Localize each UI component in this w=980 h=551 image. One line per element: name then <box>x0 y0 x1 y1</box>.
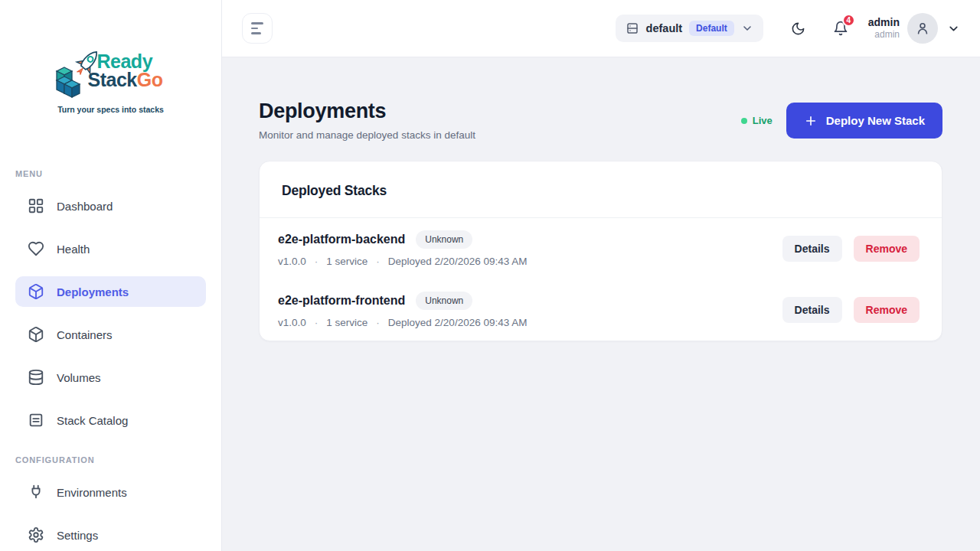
brand-wordmark: Ready StackGo <box>88 53 163 90</box>
page-title: Deployments <box>259 99 475 123</box>
sidebar-item-label: Containers <box>57 328 113 341</box>
deploy-button-label: Deploy New Stack <box>826 114 925 127</box>
sidebar-item-label: Deployments <box>57 285 129 298</box>
cube-icon <box>28 283 44 300</box>
card-header: Deployed Stacks <box>260 161 942 218</box>
details-button[interactable]: Details <box>782 297 842 323</box>
topbar: default Default 4 admin admin <box>222 0 980 57</box>
stack-name: e2e-platform-frontend <box>278 294 405 308</box>
sidebar-toggle-button[interactable] <box>242 13 273 44</box>
menu-icon <box>251 22 263 24</box>
user-role: admin <box>868 29 900 41</box>
sidebar-item-label: Settings <box>57 529 98 542</box>
live-dot-icon <box>741 118 747 124</box>
stack-version: v1.0.0 <box>278 256 306 267</box>
sidebar-item-deployments[interactable]: Deployments <box>15 276 206 307</box>
status-badge: Unknown <box>416 292 472 310</box>
chevron-down-icon <box>947 22 960 35</box>
stack-meta: v1.0.0 · 1 service · Deployed 2/20/2026 … <box>278 317 527 328</box>
page-header: Deployments Monitor and manage deployed … <box>259 99 942 141</box>
user-info: admin admin <box>868 16 900 41</box>
stack-deployed-date: Deployed 2/20/2026 09:43 AM <box>388 256 528 267</box>
grid-icon <box>28 197 44 214</box>
sidebar-item-label: Stack Catalog <box>57 414 128 427</box>
avatar[interactable] <box>907 13 938 44</box>
stack-deployed-date: Deployed 2/20/2026 09:43 AM <box>388 317 528 328</box>
live-status: Live <box>741 115 773 126</box>
chevron-down-icon <box>741 22 753 34</box>
heart-icon <box>28 240 44 257</box>
sidebar-item-environments[interactable]: Environments <box>15 477 206 507</box>
stack-version: v1.0.0 <box>278 317 306 328</box>
page-subtitle: Monitor and manage deployed stacks in de… <box>259 129 475 141</box>
sidebar-item-label: Health <box>57 243 90 256</box>
dark-mode-toggle[interactable] <box>791 21 805 36</box>
notifications-button[interactable]: 4 <box>833 21 848 36</box>
sidebar-section-menu: MENU <box>15 169 221 178</box>
stack-services: 1 service <box>326 256 368 267</box>
user-name: admin <box>868 16 900 30</box>
remove-button[interactable]: Remove <box>854 236 920 262</box>
notification-count-badge: 4 <box>842 14 855 27</box>
user-menu-chevron[interactable] <box>947 22 960 35</box>
stack-meta: v1.0.0 · 1 service · Deployed 2/20/2026 … <box>278 256 527 267</box>
stack-row: e2e-platform-backend Unknown v1.0.0 · 1 … <box>260 218 942 279</box>
sidebar-item-label: Volumes <box>57 371 101 384</box>
sidebar-section-configuration: CONFIGURATION <box>15 455 221 465</box>
sidebar-item-label: Dashboard <box>57 200 113 213</box>
plus-icon <box>804 114 818 128</box>
brand-logo: Ready StackGo Turn your specs into stack… <box>0 0 221 114</box>
moon-icon <box>791 21 805 36</box>
database-icon <box>28 369 44 386</box>
stack-name: e2e-platform-backend <box>278 233 405 246</box>
stack-services: 1 service <box>326 317 368 328</box>
status-badge: Unknown <box>416 230 472 249</box>
environment-name: default <box>646 22 683 34</box>
sidebar-item-volumes[interactable]: Volumes <box>15 362 206 393</box>
cube-icon <box>28 326 44 343</box>
environment-selector[interactable]: default Default <box>616 15 763 42</box>
sidebar-config-menu: Environments Settings <box>0 477 221 550</box>
main-content: Deployments Monitor and manage deployed … <box>222 57 980 551</box>
gear-icon <box>28 527 44 543</box>
sidebar-item-containers[interactable]: Containers <box>15 319 206 350</box>
plug-icon <box>28 484 44 500</box>
server-icon <box>626 21 639 35</box>
sidebar-item-settings[interactable]: Settings <box>15 520 206 550</box>
sidebar-item-label: Environments <box>57 486 127 499</box>
deployed-stacks-card: Deployed Stacks e2e-platform-backend Unk… <box>259 161 942 341</box>
person-icon <box>915 21 930 36</box>
stack-row: e2e-platform-frontend Unknown v1.0.0 · 1… <box>260 279 942 341</box>
brand-stack: Stack <box>88 69 137 90</box>
remove-button[interactable]: Remove <box>854 297 920 323</box>
deploy-new-stack-button[interactable]: Deploy New Stack <box>786 103 942 139</box>
card-title: Deployed Stacks <box>282 183 920 199</box>
sidebar-item-stack-catalog[interactable]: Stack Catalog <box>15 405 206 435</box>
brand-tagline: Turn your specs into stacks <box>57 105 164 114</box>
details-button[interactable]: Details <box>782 236 842 262</box>
sidebar-item-dashboard[interactable]: Dashboard <box>15 191 206 221</box>
environment-default-badge: Default <box>689 21 734 36</box>
sidebar: Ready StackGo Turn your specs into stack… <box>0 0 222 551</box>
live-label: Live <box>753 115 773 126</box>
sidebar-menu: Dashboard Health Deployments Containers … <box>0 191 221 435</box>
sidebar-item-health[interactable]: Health <box>15 233 206 264</box>
catalog-icon <box>28 412 44 429</box>
brand-go: Go <box>137 69 163 90</box>
